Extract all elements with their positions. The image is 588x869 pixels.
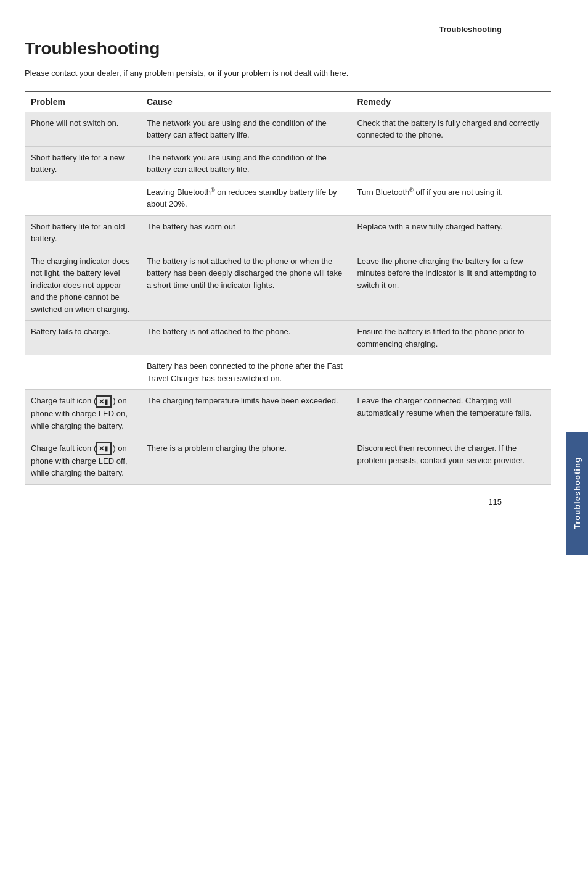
- cause-cell: The network you are using and the condit…: [141, 112, 351, 146]
- remedy-cell: [351, 146, 551, 181]
- problem-cell: [25, 355, 141, 390]
- table-row: Phone will not switch on.The network you…: [25, 112, 551, 146]
- cause-cell: The battery is not attached to the phone…: [141, 250, 351, 321]
- problem-cell: Charge fault icon (✕▮) on phone with cha…: [25, 437, 141, 485]
- remedy-cell: Disconnect then reconnect the charger. I…: [351, 437, 551, 485]
- problem-cell: The charging indicator does not light, t…: [25, 250, 141, 321]
- table-row: Charge fault icon (✕▮) on phone with cha…: [25, 390, 551, 437]
- page-number: 115: [25, 497, 551, 506]
- table-row: Short battery life for a new battery.The…: [25, 146, 551, 181]
- remedy-cell: Check that the battery is fully charged …: [351, 112, 551, 146]
- cause-cell: The charging temperature limits have bee…: [141, 390, 351, 437]
- problem-cell: [25, 181, 141, 215]
- troubleshooting-table: Problem Cause Remedy Phone will not swit…: [25, 91, 551, 485]
- page-title: Troubleshooting: [25, 39, 551, 59]
- charge-fault-icon: ✕▮: [96, 395, 112, 408]
- table-row: Battery fails to charge.The battery is n…: [25, 321, 551, 355]
- problem-cell: Short battery life for a new battery.: [25, 146, 141, 181]
- remedy-cell: Leave the charger connected. Charging wi…: [351, 390, 551, 437]
- cause-cell: Battery has been connected to the phone …: [141, 355, 351, 390]
- remedy-cell: Ensure the battery is fitted to the phon…: [351, 321, 551, 355]
- page-container: Troubleshooting Troubleshooting Please c…: [0, 0, 588, 543]
- cause-cell: The network you are using and the condit…: [141, 146, 351, 181]
- remedy-cell: [351, 355, 551, 390]
- cause-cell: There is a problem charging the phone.: [141, 437, 351, 485]
- table-row: The charging indicator does not light, t…: [25, 250, 551, 321]
- problem-cell: Short battery life for an old battery.: [25, 215, 141, 250]
- problem-cell: Phone will not switch on.: [25, 112, 141, 146]
- table-row: Leaving Bluetooth® on reduces standby ba…: [25, 181, 551, 215]
- remedy-cell: Leave the phone charging the battery for…: [351, 250, 551, 321]
- section-header: Troubleshooting: [25, 25, 551, 34]
- col-header-problem: Problem: [25, 91, 141, 112]
- side-tab-label: Troubleshooting: [573, 458, 582, 530]
- remedy-cell: Replace with a new fully charged battery…: [351, 215, 551, 250]
- table-row: Short battery life for an old battery.Th…: [25, 215, 551, 250]
- col-header-cause: Cause: [141, 91, 351, 112]
- header-section-label: Troubleshooting: [439, 25, 502, 34]
- table-row: Charge fault icon (✕▮) on phone with cha…: [25, 437, 551, 485]
- remedy-cell: Turn Bluetooth® off if you are not using…: [351, 181, 551, 215]
- charge-fault-icon: ✕▮: [96, 442, 112, 455]
- problem-cell: Battery fails to charge.: [25, 321, 141, 355]
- table-row: Battery has been connected to the phone …: [25, 355, 551, 390]
- col-header-remedy: Remedy: [351, 91, 551, 112]
- side-tab: Troubleshooting: [566, 432, 588, 555]
- cause-cell: Leaving Bluetooth® on reduces standby ba…: [141, 181, 351, 215]
- cause-cell: The battery is not attached to the phone…: [141, 321, 351, 355]
- problem-cell: Charge fault icon (✕▮) on phone with cha…: [25, 390, 141, 437]
- intro-text: Please contact your dealer, if any probl…: [25, 67, 551, 80]
- cause-cell: The battery has worn out: [141, 215, 351, 250]
